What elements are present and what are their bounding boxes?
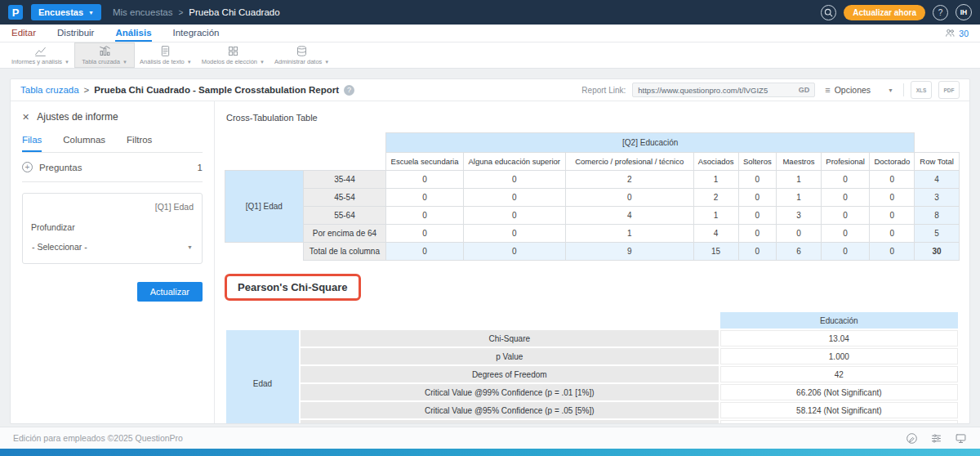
- column-header: Row Total: [915, 153, 960, 171]
- data-cell: 1: [693, 207, 738, 225]
- data-cell: 0: [463, 207, 565, 225]
- update-button[interactable]: Actualizar: [137, 282, 203, 302]
- data-cell: 0: [386, 189, 464, 207]
- response-counter[interactable]: 30: [945, 28, 969, 42]
- main-menu-items: Editar Distribuir Análisis Integración: [11, 28, 219, 42]
- table-row: Por encima de 64 0 0 1 4 0 0 0 0 5: [225, 225, 960, 243]
- database-icon: [296, 45, 308, 57]
- tool-tab-label: Informes y análisis: [11, 58, 62, 65]
- breadcrumb-tabla-cruzada[interactable]: Tabla cruzada: [20, 85, 79, 95]
- tool-tab-informes-y-analisis[interactable]: Informes y análisis▼: [7, 42, 74, 68]
- data-cell: 2: [565, 171, 693, 189]
- data-cell: 1: [565, 225, 693, 243]
- breadcrumb: Mis encuestas > Prueba Chi Cuadrado: [113, 7, 280, 17]
- menu-editar[interactable]: Editar: [11, 28, 36, 42]
- column-header: Asociados: [693, 153, 738, 171]
- row-label: 35-44: [303, 171, 386, 189]
- upgrade-button[interactable]: Actualizar ahora: [844, 5, 925, 20]
- data-cell: 0: [870, 189, 915, 207]
- chi-stat-label: p Value: [301, 348, 719, 364]
- close-icon[interactable]: ✕: [22, 112, 29, 123]
- chi-stat-label: Degrees of Freedom: [301, 366, 719, 382]
- data-cell: 1: [693, 171, 738, 189]
- column-total-cell: 0: [821, 243, 870, 261]
- avatar[interactable]: IH: [956, 4, 972, 20]
- export-pdf-button[interactable]: PDF: [938, 81, 960, 99]
- divider: [903, 83, 904, 96]
- tab-columnas[interactable]: Columnas: [63, 135, 105, 152]
- chi-stat-label: Critical Value @99% Confidence (p = .01 …: [301, 384, 719, 400]
- data-cell: 0: [386, 171, 464, 189]
- data-cell: 0: [463, 225, 565, 243]
- report-link-url: https://www.questionpro.com/t/lVGIZ5: [638, 86, 768, 95]
- tool-tab-label: Tabla cruzada: [82, 58, 120, 65]
- chi-stat-label: Critical Value @90% Confidence (p = .10 …: [301, 420, 719, 423]
- footer: Edición para empleados ©2025 QuestionPro: [0, 427, 980, 449]
- table-row: Degrees of Freedom 42: [226, 366, 958, 382]
- report-body: ✕ Ajustes de informe Filas Columnas Filt…: [11, 101, 969, 423]
- crosstab-section-title: Cross-Tabulation Table: [226, 113, 960, 123]
- chi-stat-label: Critical Value @95% Confidence (p = .05 …: [301, 402, 719, 418]
- tool-tab-administrar-datos[interactable]: Administrar datos▼: [270, 42, 334, 68]
- feedback-pencil-icon[interactable]: [906, 432, 918, 445]
- data-cell: 0: [870, 225, 915, 243]
- navbar-actions: Actualizar ahora ? IH: [821, 4, 972, 20]
- chi-stat-value: 42: [720, 366, 958, 382]
- crosstab-chart-icon: [99, 45, 111, 57]
- data-cell: 0: [777, 225, 822, 243]
- column-header: Maestros: [777, 153, 822, 171]
- monitor-icon[interactable]: [955, 432, 967, 445]
- search-button[interactable]: [821, 5, 836, 20]
- options-dropdown[interactable]: ≡ Opciones ▼: [822, 85, 897, 95]
- drilldown-select[interactable]: - Seleccionar - ▼: [31, 240, 194, 253]
- search-icon: [824, 8, 833, 17]
- tool-tab-tabla-cruzada[interactable]: Tabla cruzada▼: [74, 42, 135, 68]
- options-label: Opciones: [835, 85, 871, 95]
- tab-filas[interactable]: Filas: [22, 135, 42, 152]
- help-icon[interactable]: ?: [344, 85, 354, 96]
- tool-tab-label: Análisis de texto: [140, 58, 185, 65]
- column-total-cell: 15: [693, 243, 738, 261]
- chi-stat-value: 66.206 (Not Significant): [720, 384, 958, 400]
- column-header: Doctorado: [870, 153, 915, 171]
- surveys-dropdown[interactable]: Encuestas ▼: [31, 4, 101, 20]
- export-xls-button[interactable]: XLS: [911, 81, 932, 99]
- table-row: 45-54 0 0 0 2 0 1 0 0 3: [225, 189, 960, 207]
- menu-integracion[interactable]: Integración: [173, 28, 220, 42]
- crosstab-report: Cross-Tabulation Table [Q2] Educación Es…: [215, 101, 969, 423]
- report-header-actions: Report Link: https://www.questionpro.com…: [581, 81, 960, 99]
- table-row: Total de la columna 0 0 9 15 0 6 0 0 30: [225, 243, 960, 261]
- questionpro-logo[interactable]: P: [8, 5, 23, 20]
- report-title: Prueba Chi Cuadrado - Sample Crosstabula…: [94, 85, 339, 95]
- data-cell: 0: [738, 225, 777, 243]
- settings-sliders-icon[interactable]: [930, 432, 942, 445]
- data-cell: 0: [565, 189, 693, 207]
- chi-stat-value: 1.000: [720, 348, 958, 364]
- breadcrumb-my-surveys[interactable]: Mis encuestas: [113, 7, 173, 17]
- chi-stat-value: 13.04: [720, 330, 958, 346]
- column-group-header: [Q2] Educación: [386, 133, 915, 153]
- settings-title: Ajustes de informe: [37, 111, 118, 123]
- data-cell: 0: [386, 225, 464, 243]
- expand-icon[interactable]: +: [22, 162, 33, 172]
- menu-distribuir[interactable]: Distribuir: [57, 28, 94, 42]
- tool-tab-modelos-de-eleccion[interactable]: Modelos de elección▼: [197, 42, 270, 68]
- analysis-toolbar: Informes y análisis▼ Tabla cruzada▼ Anál…: [0, 42, 980, 69]
- tab-filtros[interactable]: Filtros: [127, 135, 152, 152]
- report-header: Tabla cruzada > Prueba Chi Cuadrado - Sa…: [11, 79, 969, 101]
- chi-column-header: Educación: [720, 312, 958, 329]
- table-row: Critical Value @90% Confidence (p = .10 …: [226, 420, 958, 423]
- link-suffix[interactable]: GD: [799, 86, 810, 94]
- menu-analisis[interactable]: Análisis: [115, 28, 151, 42]
- row-label: Por encima de 64: [303, 225, 386, 243]
- chi-square-highlight-box: Pearson's Chi-Square: [225, 274, 361, 301]
- blank-cell: [915, 133, 960, 153]
- help-button[interactable]: ?: [933, 5, 948, 20]
- data-cell: 0: [738, 207, 777, 225]
- report-link-input[interactable]: https://www.questionpro.com/t/lVGIZ5 GD: [632, 83, 815, 97]
- row-total-cell: 3: [915, 189, 960, 207]
- footer-text: Edición para empleados ©2025 QuestionPro: [13, 433, 183, 443]
- chevron-down-icon: ▼: [260, 60, 265, 65]
- questions-section[interactable]: + Preguntas 1: [22, 153, 203, 182]
- tool-tab-analisis-de-texto[interactable]: Análisis de texto▼: [135, 42, 197, 68]
